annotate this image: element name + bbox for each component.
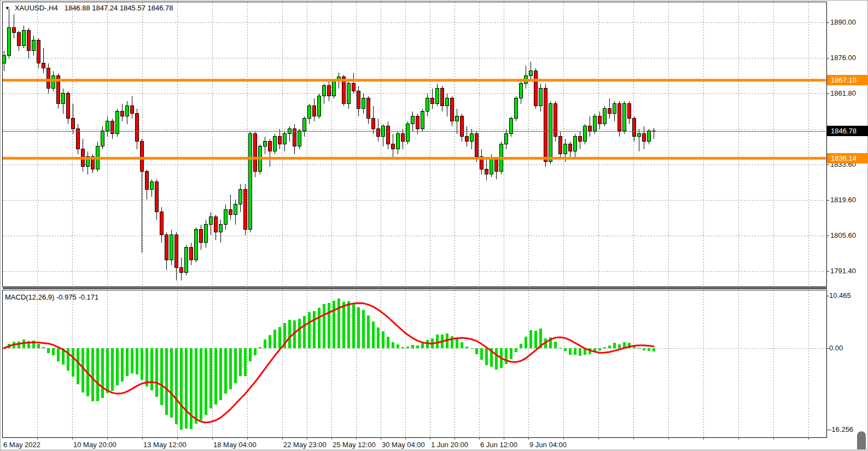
level-price-box: 1836.14 (827, 153, 868, 163)
time-tick-label: 6 May 2022 (3, 441, 40, 449)
vertical-scrollbar-thumb[interactable] (857, 431, 866, 451)
time-tick-label: 10 May 20:00 (73, 441, 116, 449)
price-tick-label: 1890.00 (830, 18, 856, 27)
level-price-box: 1867.10 (827, 75, 868, 85)
time-tick-label: 1 Jun 20:00 (431, 441, 468, 449)
price-axis[interactable] (827, 2, 868, 437)
current-price-box: 1846.78 (827, 126, 868, 136)
trading-terminal-window: { "header": { "dropdown_icon": "▼", "sym… (0, 0, 868, 451)
price-tick-label: 1805.60 (830, 231, 856, 240)
price-tick-label: 1861.80 (830, 89, 856, 98)
time-tick-label: 18 May 04:00 (213, 441, 257, 449)
chart-title: ▼ XAUUSD-,H4 1846.88 1847.24 1845.57 184… (5, 4, 173, 12)
time-tick-label: 30 May 04:00 (382, 441, 425, 449)
chart-dropdown-arrow-icon[interactable]: ▼ (5, 5, 10, 11)
chart-symbol-period: XAUUSD-,H4 (15, 4, 58, 12)
time-tick-label: 25 May 12:00 (333, 441, 376, 449)
macd-histogram (3, 298, 655, 429)
macd-tick-label: -16.256 (829, 425, 853, 434)
time-tick-label: 9 Jun 04:00 (529, 441, 567, 449)
price-tick-label: 1876.00 (830, 54, 856, 62)
price-tick-label: 1791.40 (830, 267, 856, 276)
price-tick-label: 1819.60 (830, 196, 856, 204)
macd-tick-label: 10.465 (829, 291, 851, 300)
time-tick-label: 13 May 12:00 (143, 441, 187, 449)
candlestick-series (3, 9, 656, 280)
macd-indicator-label: MACD(12,26,9) -0.975 -0.171 (5, 293, 98, 301)
time-tick-label: 6 Jun 12:00 (480, 441, 517, 449)
chart-ohlc-values: 1846.88 1847.24 1845.57 1846.78 (65, 4, 173, 12)
macd-tick-label: 0.00 (829, 344, 843, 353)
chart-canvas[interactable] (0, 0, 868, 451)
time-tick-label: 22 May 23:00 (283, 441, 327, 449)
